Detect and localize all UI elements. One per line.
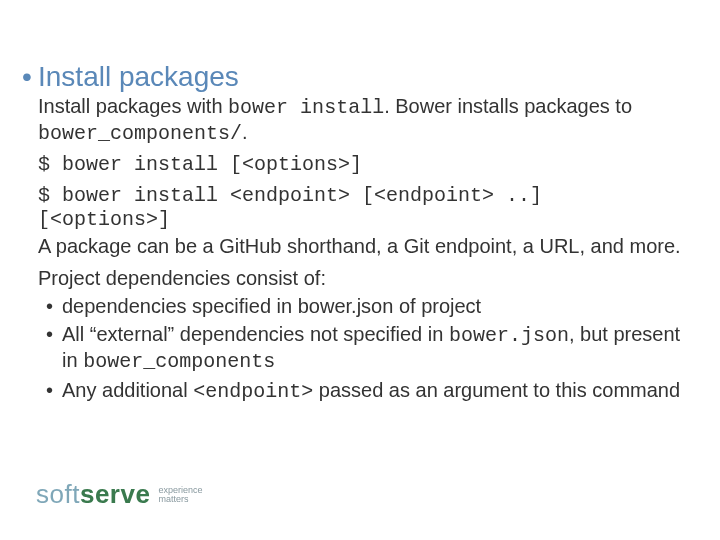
intro-paragraph: Install packages with bower install. Bow… <box>38 94 684 146</box>
title-row: • Install packages <box>36 62 684 92</box>
intro-code-2: bower_components/ <box>38 122 242 145</box>
dep-1: All “external” dependencies not specifie… <box>62 322 684 374</box>
list-item: • Any additional <endpoint> passed as an… <box>46 378 684 404</box>
intro-code-1: bower install <box>228 96 384 119</box>
list-item: • All “external” dependencies not specif… <box>46 322 684 374</box>
logo-serve: serve <box>80 479 150 510</box>
dep-2-c: passed as an argument to this command <box>313 379 680 401</box>
title-bullet: • <box>22 62 34 92</box>
bullet-icon: • <box>46 322 62 346</box>
bullet-icon: • <box>46 378 62 402</box>
logo-soft: soft <box>36 479 80 510</box>
bullet-icon: • <box>46 294 62 318</box>
intro-mid: . Bower installs packages to <box>384 95 632 117</box>
package-desc: A package can be a GitHub shorthand, a G… <box>38 234 684 258</box>
dep-2-b: <endpoint> <box>193 380 313 403</box>
dep-1-d: bower_components <box>83 350 275 373</box>
content: Install packages with bower install. Bow… <box>38 94 684 404</box>
dep-1-a: All “external” dependencies not specifie… <box>62 323 449 345</box>
command-1: $ bower install [<options>] <box>38 153 684 177</box>
deps-list: • dependencies specified in bower.json o… <box>46 294 684 404</box>
page-title: Install packages <box>38 62 239 91</box>
logo-tagline: experience matters <box>158 486 202 504</box>
list-item: • dependencies specified in bower.json o… <box>46 294 684 318</box>
dep-2: Any additional <endpoint> passed as an a… <box>62 378 684 404</box>
intro-post: . <box>242 121 248 143</box>
intro-pre: Install packages with <box>38 95 228 117</box>
dep-2-a: Any additional <box>62 379 193 401</box>
logo: softserve experience matters <box>36 479 202 510</box>
logo-tag-2: matters <box>158 494 188 504</box>
dep-1-b: bower.json <box>449 324 569 347</box>
dep-0: dependencies specified in bower.json of … <box>62 294 684 318</box>
command-2: $ bower install <endpoint> [<endpoint> .… <box>38 184 684 232</box>
deps-intro: Project dependencies consist of: <box>38 266 684 290</box>
